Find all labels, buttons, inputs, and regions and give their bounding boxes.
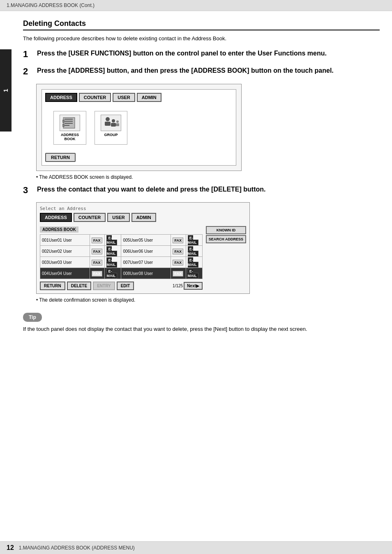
screen2-tab-admin[interactable]: ADMIN [131, 213, 156, 222]
bullet-note-2: • The delete confirmation screen is disp… [36, 297, 380, 303]
svg-rect-6 [62, 124, 64, 127]
edit-button[interactable]: EDIT [117, 282, 134, 290]
fax-cell-002[interactable]: FAX [90, 246, 105, 257]
email-cell-006[interactable]: E-MAIL [186, 246, 202, 257]
table-row[interactable]: 002User02 User FAX E-MAIL 006User06 User… [40, 246, 203, 257]
side-tab: 1 [0, 49, 12, 132]
intro-text: The following procedure describes how to… [23, 35, 380, 42]
email-cell-003[interactable]: E-MAIL [105, 257, 121, 268]
screen2-tab-bar: ADDRESS COUNTER USER ADMIN [40, 213, 246, 222]
delete-button[interactable]: DELETE [67, 282, 91, 290]
email-cell-005[interactable]: E-MAIL [186, 235, 202, 246]
screen2-main-area: ADDRESS BOOK 001User01 User FAX E-MAIL 0… [40, 226, 203, 290]
screen-2: Select an Address ADDRESS COUNTER USER A… [36, 202, 250, 294]
screen1-tab-admin[interactable]: ADMIN [137, 93, 161, 102]
table-row[interactable]: 003User03 User FAX E-MAIL 007User07 User… [40, 257, 203, 268]
screen1-return-btn[interactable]: RETURN [45, 153, 76, 162]
screen2-tab-user[interactable]: USER [107, 213, 130, 222]
group-svg [103, 116, 119, 130]
svg-rect-1 [65, 119, 73, 120]
screen-1: ADDRESS COUNTER USER ADMIN [36, 84, 242, 171]
addr-cell-004[interactable]: 004User04 User [40, 268, 90, 279]
known-id-button[interactable]: KNOWN ID [206, 226, 246, 234]
step-3-text: Press the contact that you want to delet… [37, 185, 266, 194]
svg-rect-4 [65, 125, 69, 126]
select-address-title: Select an Address [40, 206, 246, 211]
step-1-number: 1 [23, 49, 33, 60]
email-cell-008[interactable]: E-MAIL [186, 268, 202, 279]
step-2-text: Press the [ADDRESS] button, and then pre… [37, 66, 334, 75]
group-label: GROUP [104, 133, 118, 137]
step-1-text: Press the [USER FUNCTIONS] button on the… [37, 49, 327, 58]
next-button[interactable]: Next▶ [184, 282, 203, 290]
section-title: Deleting Contacts [23, 19, 380, 30]
svg-rect-5 [62, 120, 64, 122]
fax-cell-003[interactable]: FAX [90, 257, 105, 268]
step-3: 3 Press the contact that you want to del… [23, 185, 380, 196]
fax-cell-001[interactable]: FAX [90, 235, 105, 246]
group-icon-box[interactable]: GROUP [95, 111, 127, 145]
address-table: 001User01 User FAX E-MAIL 005User05 User… [40, 234, 203, 279]
svg-rect-12 [116, 123, 119, 126]
entry-button: ENTRY [93, 282, 115, 290]
svg-point-7 [106, 117, 110, 121]
fax-cell-008[interactable]: FAX [171, 268, 186, 279]
screen1-tab-counter[interactable]: COUNTER [79, 93, 111, 102]
svg-point-11 [116, 120, 119, 123]
address-book-svg [62, 117, 77, 129]
addr-cell-001[interactable]: 001User01 User [40, 235, 90, 246]
screen-1-inner: ADDRESS COUNTER USER ADMIN [42, 89, 236, 166]
step-2: 2 Press the [ADDRESS] button, and then p… [23, 66, 380, 77]
page-indicator: 1/125 Next▶ [173, 282, 203, 290]
search-address-button[interactable]: SEARCH ADDRESS [206, 235, 246, 243]
tip-text: If the touch panel does not display the … [23, 325, 380, 333]
addr-cell-003[interactable]: 003User03 User [40, 257, 90, 268]
step-3-number: 3 [23, 185, 33, 196]
bottom-bar: RETURN DELETE ENTRY EDIT 1/125 Next▶ [40, 282, 203, 290]
addr-cell-006[interactable]: 006User06 User [121, 246, 171, 257]
email-cell-001[interactable]: E-MAIL [105, 235, 121, 246]
address-book-header: ADDRESS BOOK [40, 226, 78, 233]
screen1-tab-user[interactable]: USER [113, 93, 135, 102]
address-book-label: ADDRESS BOOK [57, 133, 83, 141]
fax-cell-004[interactable]: FAX [90, 268, 105, 279]
svg-rect-8 [105, 122, 111, 126]
footer-page-number: 12 [7, 544, 14, 552]
group-icon [101, 115, 121, 131]
tip-badge: Tip [23, 313, 42, 322]
svg-rect-3 [65, 123, 73, 124]
footer-text: 1.MANAGING ADDRESS BOOK (ADDRESS MENU) [19, 545, 135, 551]
table-row[interactable]: 001User01 User FAX E-MAIL 005User05 User… [40, 235, 203, 246]
email-cell-007[interactable]: E-MAIL [186, 257, 202, 268]
table-row-selected[interactable]: 004User04 User FAX E-MAIL 008User08 User… [40, 268, 203, 279]
svg-rect-2 [65, 121, 73, 122]
main-content: Deleting Contacts The following procedur… [15, 11, 392, 342]
return-button[interactable]: RETURN [40, 282, 65, 290]
screen1-tab-bar: ADDRESS COUNTER USER ADMIN [45, 93, 233, 102]
step-1: 1 Press the [USER FUNCTIONS] button on t… [23, 49, 380, 60]
email-cell-004[interactable]: E-MAIL [105, 268, 121, 279]
screen1-icon-area: ADDRESS BOOK [45, 106, 233, 150]
screen2-tab-counter[interactable]: COUNTER [74, 213, 106, 222]
address-book-icon [60, 115, 80, 131]
addr-cell-002[interactable]: 002User02 User [40, 246, 90, 257]
screen1-tab-address[interactable]: ADDRESS [45, 93, 77, 102]
screen2-tab-address[interactable]: ADDRESS [40, 213, 72, 222]
addr-cell-008[interactable]: 008User08 User [121, 268, 171, 279]
addr-cell-005[interactable]: 005User05 User [121, 235, 171, 246]
addr-cell-007[interactable]: 007User07 User [121, 257, 171, 268]
fax-cell-005[interactable]: FAX [171, 235, 186, 246]
fax-cell-007[interactable]: FAX [171, 257, 186, 268]
page-footer: 12 1.MANAGING ADDRESS BOOK (ADDRESS MENU… [0, 541, 392, 554]
header-text: 1.MANAGING ADDRESS BOOK (Cont.) [7, 2, 95, 8]
svg-point-9 [112, 119, 115, 122]
step-2-number: 2 [23, 66, 33, 77]
svg-rect-10 [111, 123, 116, 127]
address-book-icon-box[interactable]: ADDRESS BOOK [53, 111, 86, 145]
page-info-text: 1/125 [173, 284, 183, 288]
fax-cell-006[interactable]: FAX [171, 246, 186, 257]
page-header: 1.MANAGING ADDRESS BOOK (Cont.) [0, 0, 392, 11]
email-cell-002[interactable]: E-MAIL [105, 246, 121, 257]
bullet-note-1: • The ADDRESS BOOK screen is displayed. [36, 174, 380, 180]
side-buttons-area: KNOWN ID SEARCH ADDRESS [206, 226, 246, 290]
